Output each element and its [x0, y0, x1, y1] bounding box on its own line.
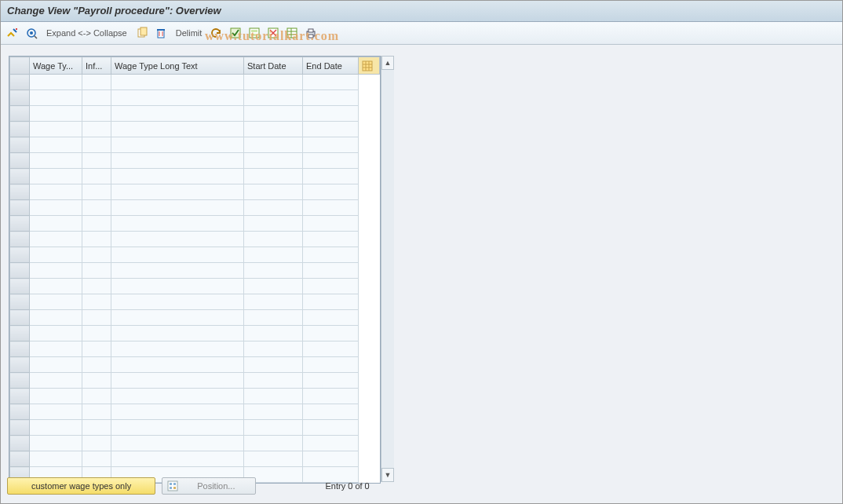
cell-end[interactable] [303, 389, 359, 404]
cell-wage_type[interactable] [30, 404, 82, 420]
cell-wage_type[interactable] [30, 184, 82, 200]
cell-info[interactable] [82, 294, 111, 310]
cell-wage_type[interactable] [30, 153, 82, 169]
row-selector[interactable] [10, 404, 30, 420]
cell-start[interactable] [244, 122, 303, 137]
table-row[interactable] [10, 184, 380, 200]
cell-info[interactable] [82, 169, 111, 184]
cell-start[interactable] [244, 279, 303, 294]
cell-info[interactable] [82, 451, 111, 467]
cell-start[interactable] [244, 294, 303, 310]
cell-long_text[interactable] [111, 216, 244, 232]
row-selector[interactable] [10, 436, 30, 451]
row-selector[interactable] [10, 389, 30, 404]
row-selector[interactable] [10, 310, 30, 326]
cell-long_text[interactable] [111, 247, 244, 263]
row-selector[interactable] [10, 75, 30, 90]
cell-end[interactable] [303, 341, 359, 357]
cell-start[interactable] [244, 153, 303, 169]
cell-start[interactable] [244, 90, 303, 106]
cell-wage_type[interactable] [30, 247, 82, 263]
cell-end[interactable] [303, 310, 359, 326]
cell-info[interactable] [82, 263, 111, 279]
cell-info[interactable] [82, 420, 111, 436]
table-row[interactable] [10, 75, 380, 90]
table-row[interactable] [10, 373, 380, 389]
cell-info[interactable] [82, 389, 111, 404]
table-row[interactable] [10, 200, 380, 216]
table-row[interactable] [10, 263, 380, 279]
cell-wage_type[interactable] [30, 357, 82, 373]
cell-long_text[interactable] [111, 420, 244, 436]
table-row[interactable] [10, 357, 380, 373]
customer-wage-types-button[interactable]: customer wage types only [7, 477, 155, 495]
cell-wage_type[interactable] [30, 373, 82, 389]
cell-start[interactable] [244, 436, 303, 451]
column-header-long_text[interactable]: Wage Type Long Text [111, 57, 244, 75]
cell-start[interactable] [244, 373, 303, 389]
cell-info[interactable] [82, 341, 111, 357]
table-row[interactable] [10, 153, 380, 169]
cell-start[interactable] [244, 106, 303, 122]
row-selector[interactable] [10, 184, 30, 200]
cell-wage_type[interactable] [30, 341, 82, 357]
cell-start[interactable] [244, 137, 303, 153]
scroll-up-icon[interactable]: ▲ [381, 56, 394, 70]
other-view-icon[interactable] [24, 26, 38, 40]
select-block-icon[interactable] [247, 26, 261, 40]
table-row[interactable] [10, 420, 380, 436]
table-row[interactable] [10, 310, 380, 326]
row-selector[interactable] [10, 451, 30, 467]
cell-end[interactable] [303, 279, 359, 294]
cell-end[interactable] [303, 106, 359, 122]
table-row[interactable] [10, 90, 380, 106]
cell-start[interactable] [244, 389, 303, 404]
row-selector[interactable] [10, 294, 30, 310]
cell-info[interactable] [82, 137, 111, 153]
cell-start[interactable] [244, 232, 303, 247]
cell-info[interactable] [82, 75, 111, 90]
column-header-info[interactable]: Inf... [82, 57, 111, 75]
cell-wage_type[interactable] [30, 122, 82, 137]
cell-info[interactable] [82, 279, 111, 294]
cell-end[interactable] [303, 75, 359, 90]
row-selector[interactable] [10, 200, 30, 216]
cell-wage_type[interactable] [30, 310, 82, 326]
cell-long_text[interactable] [111, 389, 244, 404]
cell-start[interactable] [244, 263, 303, 279]
cell-long_text[interactable] [111, 451, 244, 467]
cell-end[interactable] [303, 326, 359, 341]
cell-start[interactable] [244, 404, 303, 420]
cell-info[interactable] [82, 153, 111, 169]
row-selector[interactable] [10, 420, 30, 436]
column-header-start[interactable]: Start Date [244, 57, 303, 75]
delimit-button[interactable]: Delimit [173, 28, 206, 38]
cell-end[interactable] [303, 122, 359, 137]
cell-start[interactable] [244, 357, 303, 373]
cell-long_text[interactable] [111, 373, 244, 389]
row-selector[interactable] [10, 216, 30, 232]
table-row[interactable] [10, 389, 380, 404]
cell-long_text[interactable] [111, 122, 244, 137]
cell-start[interactable] [244, 75, 303, 90]
print-icon[interactable] [304, 26, 318, 40]
cell-info[interactable] [82, 436, 111, 451]
expand-collapse-button[interactable]: Expand <-> Collapse [43, 28, 130, 38]
cell-info[interactable] [82, 216, 111, 232]
scroll-track[interactable] [381, 69, 394, 469]
data-grid[interactable]: Wage Ty...Inf...Wage Type Long TextStart… [9, 56, 381, 484]
cell-end[interactable] [303, 216, 359, 232]
table-row[interactable] [10, 106, 380, 122]
cell-long_text[interactable] [111, 294, 244, 310]
row-selector[interactable] [10, 122, 30, 137]
row-selector[interactable] [10, 153, 30, 169]
toggle-display-change-icon[interactable] [5, 26, 20, 40]
cell-start[interactable] [244, 247, 303, 263]
cell-long_text[interactable] [111, 106, 244, 122]
cell-end[interactable] [303, 153, 359, 169]
cell-wage_type[interactable] [30, 389, 82, 404]
cell-long_text[interactable] [111, 279, 244, 294]
cell-info[interactable] [82, 247, 111, 263]
cell-wage_type[interactable] [30, 451, 82, 467]
cell-wage_type[interactable] [30, 420, 82, 436]
